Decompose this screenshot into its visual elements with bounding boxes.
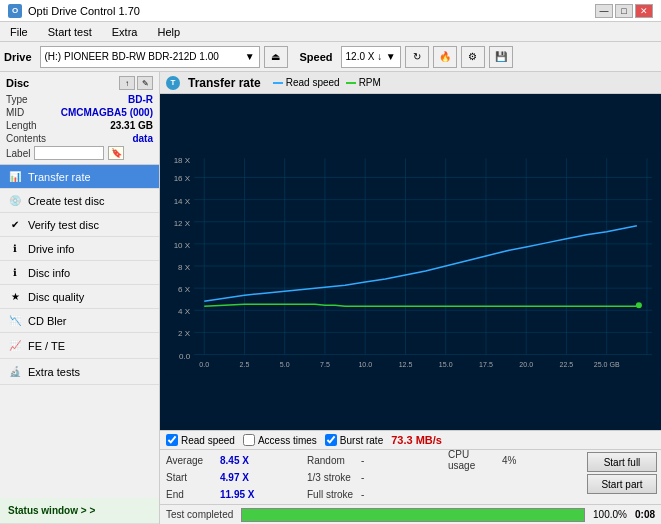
app-icon: O bbox=[8, 4, 22, 18]
drive-info-icon: ℹ bbox=[8, 242, 22, 256]
svg-text:12 X: 12 X bbox=[174, 219, 191, 228]
left-panel: Disc ↑ ✎ Type BD-R MID CMCMAGBA5 (000) L… bbox=[0, 72, 160, 524]
disc-contents-row: Contents data bbox=[6, 133, 153, 144]
progress-bar-row: Test completed 100.0% 0:08 bbox=[160, 504, 661, 524]
mid-label: MID bbox=[6, 107, 24, 118]
nav-disc-quality[interactable]: ★ Disc quality bbox=[0, 285, 159, 309]
nav-transfer-rate[interactable]: 📊 Transfer rate bbox=[0, 165, 159, 189]
burst-rate-checkbox[interactable] bbox=[325, 434, 337, 446]
stat-group-3: CPU usage 4% bbox=[442, 450, 583, 504]
nav-disc-info-label: Disc info bbox=[28, 267, 70, 279]
svg-text:18 X: 18 X bbox=[174, 156, 191, 165]
start-buttons: Start full Start part bbox=[583, 450, 661, 504]
transfer-rate-icon: 📊 bbox=[8, 170, 22, 184]
menu-start-test[interactable]: Start test bbox=[42, 24, 98, 40]
random-label: Random bbox=[307, 455, 357, 466]
svg-text:2 X: 2 X bbox=[178, 329, 191, 338]
minimize-button[interactable]: — bbox=[595, 4, 613, 18]
save-button[interactable]: 💾 bbox=[489, 46, 513, 68]
full-stroke-row: Full stroke - bbox=[307, 486, 436, 502]
read-speed-checkbox-label: Read speed bbox=[181, 435, 235, 446]
random-value: - bbox=[361, 455, 364, 466]
legend-read: Read speed bbox=[273, 77, 340, 88]
average-value: 8.45 X bbox=[220, 455, 249, 466]
disc-length-row: Length 23.31 GB bbox=[6, 120, 153, 131]
legend-read-label: Read speed bbox=[286, 77, 340, 88]
nav-transfer-rate-label: Transfer rate bbox=[28, 171, 91, 183]
end-value: 11.95 X bbox=[220, 489, 254, 500]
stroke1-value: - bbox=[361, 472, 364, 483]
svg-text:4 X: 4 X bbox=[178, 307, 191, 316]
length-label: Length bbox=[6, 120, 37, 131]
svg-text:15.0: 15.0 bbox=[439, 361, 453, 368]
close-button[interactable]: ✕ bbox=[635, 4, 653, 18]
access-times-checkbox-item: Access times bbox=[243, 434, 317, 446]
nav-drive-info[interactable]: ℹ Drive info bbox=[0, 237, 159, 261]
verify-test-disc-icon: ✔ bbox=[8, 218, 22, 232]
nav-items: 📊 Transfer rate 💿 Create test disc ✔ Ver… bbox=[0, 165, 159, 498]
drive-combo[interactable]: (H:) PIONEER BD-RW BDR-212D 1.00 ▼ bbox=[40, 46, 260, 68]
nav-verify-test-disc-label: Verify test disc bbox=[28, 219, 99, 231]
label-input[interactable] bbox=[34, 146, 104, 160]
nav-disc-info[interactable]: ℹ Disc info bbox=[0, 261, 159, 285]
type-label: Type bbox=[6, 94, 28, 105]
menubar: File Start test Extra Help bbox=[0, 22, 661, 42]
status-text: Test completed bbox=[166, 509, 233, 520]
svg-rect-0 bbox=[164, 153, 657, 374]
disc-icons: ↑ ✎ bbox=[119, 76, 153, 90]
stroke1-row: 1/3 stroke - bbox=[307, 469, 436, 485]
legend-rpm-dot bbox=[346, 82, 356, 84]
start-part-button[interactable]: Start part bbox=[587, 474, 657, 494]
status-window-label: Status window > > bbox=[8, 505, 95, 516]
disc-info-icon: ℹ bbox=[8, 266, 22, 280]
chart-controls: Read speed Access times Burst rate 73.3 … bbox=[160, 430, 661, 449]
fe-te-icon: 📈 bbox=[8, 339, 22, 353]
disc-header: Disc ↑ ✎ bbox=[6, 76, 153, 90]
svg-text:20.0: 20.0 bbox=[519, 361, 533, 368]
refresh-button[interactable]: ↻ bbox=[405, 46, 429, 68]
menu-extra[interactable]: Extra bbox=[106, 24, 144, 40]
svg-text:25.0 GB: 25.0 GB bbox=[594, 361, 620, 368]
titlebar-left: O Opti Drive Control 1.70 bbox=[8, 4, 140, 18]
maximize-button[interactable]: □ bbox=[615, 4, 633, 18]
status-window-btn[interactable]: Status window > > bbox=[0, 498, 159, 524]
menu-file[interactable]: File bbox=[4, 24, 34, 40]
titlebar: O Opti Drive Control 1.70 — □ ✕ bbox=[0, 0, 661, 22]
toolbar: Drive (H:) PIONEER BD-RW BDR-212D 1.00 ▼… bbox=[0, 42, 661, 72]
average-label: Average bbox=[166, 455, 216, 466]
start-value: 4.97 X bbox=[220, 472, 249, 483]
speed-combo[interactable]: 12.0 X ↓ ▼ bbox=[341, 46, 401, 68]
nav-fe-te-label: FE / TE bbox=[28, 340, 65, 352]
nav-fe-te[interactable]: 📈 FE / TE bbox=[0, 333, 159, 359]
read-speed-checkbox[interactable] bbox=[166, 434, 178, 446]
cd-bler-icon: 📉 bbox=[8, 314, 22, 328]
svg-text:5.0: 5.0 bbox=[280, 361, 290, 368]
burn-button[interactable]: 🔥 bbox=[433, 46, 457, 68]
label-icon-btn[interactable]: 🔖 bbox=[108, 146, 124, 160]
eject-button[interactable]: ⏏ bbox=[264, 46, 288, 68]
nav-verify-test-disc[interactable]: ✔ Verify test disc bbox=[0, 213, 159, 237]
nav-cd-bler[interactable]: 📉 CD Bler bbox=[0, 309, 159, 333]
nav-cd-bler-label: CD Bler bbox=[28, 315, 67, 327]
end-label: End bbox=[166, 489, 216, 500]
chart-header: T Transfer rate Read speed RPM bbox=[160, 72, 661, 94]
nav-extra-tests-label: Extra tests bbox=[28, 366, 80, 378]
menu-help[interactable]: Help bbox=[151, 24, 186, 40]
svg-text:17.5: 17.5 bbox=[479, 361, 493, 368]
nav-create-test-disc[interactable]: 💿 Create test disc bbox=[0, 189, 159, 213]
nav-extra-tests[interactable]: 🔬 Extra tests bbox=[0, 359, 159, 385]
app-title: Opti Drive Control 1.70 bbox=[28, 5, 140, 17]
settings-button[interactable]: ⚙ bbox=[461, 46, 485, 68]
svg-text:14 X: 14 X bbox=[174, 197, 191, 206]
disc-quality-icon: ★ bbox=[8, 290, 22, 304]
start-full-button[interactable]: Start full bbox=[587, 452, 657, 472]
disc-type-row: Type BD-R bbox=[6, 94, 153, 105]
access-times-checkbox[interactable] bbox=[243, 434, 255, 446]
disc-icon-1[interactable]: ↑ bbox=[119, 76, 135, 90]
svg-text:0.0: 0.0 bbox=[179, 352, 191, 361]
drive-selector[interactable]: (H:) PIONEER BD-RW BDR-212D 1.00 ▼ bbox=[40, 46, 260, 68]
svg-text:12.5: 12.5 bbox=[399, 361, 413, 368]
chart-container: 0.0 2 X 4 X 6 X 8 X 10 X 12 X 14 X 16 X … bbox=[160, 94, 661, 430]
disc-icon-2[interactable]: ✎ bbox=[137, 76, 153, 90]
disc-mid-row: MID CMCMAGBA5 (000) bbox=[6, 107, 153, 118]
